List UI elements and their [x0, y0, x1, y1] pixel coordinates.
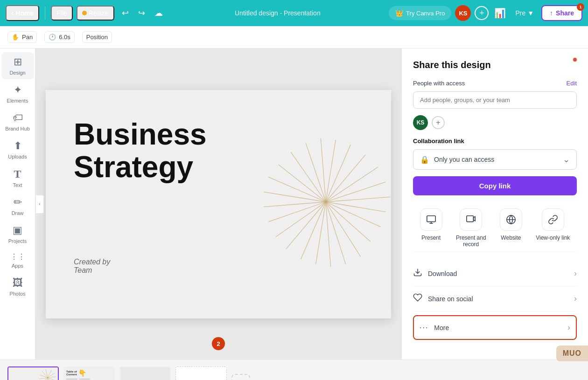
canvas-area[interactable]: ‹ — [35, 48, 401, 359]
share-social-icon — [413, 293, 422, 304]
svg-line-13 — [264, 192, 326, 201]
slide-canvas[interactable]: Business Strategy Created byTeam — [46, 90, 391, 318]
add-slide-button[interactable]: + — [231, 374, 250, 380]
thumb2-col1 — [66, 379, 77, 380]
thumb2-emoji: 👇 — [78, 369, 86, 377]
more-row[interactable]: ··· More › — [413, 315, 577, 340]
pan-label: Pan — [22, 34, 33, 41]
svg-line-23 — [326, 182, 385, 202]
sidebar-item-photos[interactable]: 🖼 Photos — [1, 273, 34, 300]
download-row[interactable]: Download › — [413, 261, 577, 286]
edit-access-link[interactable]: Edit — [567, 80, 577, 87]
try-pro-button[interactable]: 👑 Try Canva Pro — [389, 6, 451, 20]
cloud-save-button[interactable]: ☁ — [151, 5, 167, 21]
canvas-toolbar: ✋ Pan 🕐 6.0s Position — [0, 26, 588, 48]
home-button[interactable]: ‹ Home — [6, 5, 39, 21]
decorative-burst — [251, 127, 391, 276]
thumb2-line4 — [79, 379, 90, 380]
share-social-label: Share on social — [428, 295, 574, 303]
duration-control[interactable]: 🕐 6.0s — [44, 31, 75, 43]
elements-label: Elements — [7, 98, 28, 104]
share-panel-title: Share this design — [413, 60, 577, 70]
view-only-option[interactable]: View-only link — [536, 208, 570, 248]
thumbnail-2[interactable]: Table ofContent 👇 2 — [63, 366, 115, 380]
website-icon — [500, 208, 522, 231]
present-option[interactable]: Present — [420, 208, 442, 248]
people-access-row: People with access Edit — [413, 80, 577, 87]
view-only-icon — [542, 208, 564, 231]
user-avatar[interactable]: KS — [455, 5, 471, 21]
thumbnail-4-empty[interactable] — [175, 366, 227, 380]
sidebar-item-uploads[interactable]: ⬆ Uploads — [1, 136, 34, 163]
notification-wrapper: ↑ Share 1 — [541, 5, 582, 21]
thumbnails-bar: BusinessStrategy — [0, 359, 588, 380]
svg-line-1 — [326, 202, 385, 212]
main-area: ⊞ Design ✦ Elements 🏷 Brand Hub ⬆ Upload… — [0, 48, 588, 359]
pan-tool[interactable]: ✋ Pan — [7, 31, 37, 43]
sidebar-item-draw[interactable]: ✏ Draw — [1, 193, 34, 220]
svg-line-5 — [326, 202, 346, 264]
present-record-icon — [460, 208, 482, 231]
thumb-inner-1: BusinessStrategy — [7, 366, 59, 380]
analytics-button[interactable]: 📊 — [492, 6, 508, 21]
resize-button[interactable]: Resize — [77, 6, 114, 21]
svg-rect-25 — [467, 216, 474, 222]
present-label: Pre — [515, 9, 525, 17]
add-user-button[interactable]: + — [432, 116, 445, 129]
photos-label: Photos — [9, 291, 25, 297]
collapse-panel-button[interactable]: ‹ — [35, 195, 44, 214]
thumb3-content: About Us — [120, 367, 170, 380]
home-label: Home — [15, 9, 34, 17]
thumbnail-3[interactable]: About Us 3 — [119, 366, 171, 380]
download-icon — [413, 268, 422, 279]
dropdown-chevron-icon: ⌄ — [563, 154, 570, 165]
redo-button[interactable]: ↪ — [134, 5, 149, 21]
copy-link-button[interactable]: Copy link — [413, 176, 577, 195]
thumb2-line1 — [66, 379, 77, 380]
file-menu-button[interactable]: File — [51, 6, 73, 21]
download-label: Download — [428, 270, 574, 277]
collab-link-label: Collaboration link — [413, 138, 577, 145]
svg-line-15 — [279, 165, 326, 202]
svg-line-3 — [326, 202, 371, 242]
access-dropdown[interactable]: 🔒 Only you can access ⌄ — [413, 149, 577, 170]
sidebar-item-elements[interactable]: ✦ Elements — [1, 80, 34, 107]
svg-line-18 — [321, 138, 326, 202]
present-button[interactable]: Pre ▼ — [511, 7, 538, 20]
thumb2-lines — [66, 379, 112, 380]
svg-line-17 — [306, 143, 326, 202]
text-label: Text — [13, 182, 22, 188]
apps-icon: ⋮⋮ — [10, 252, 25, 261]
thumb-inner-2: Table ofContent 👇 — [63, 366, 115, 380]
position-control[interactable]: Position — [82, 31, 112, 43]
share-options: Present Present andrecord Website View-o… — [413, 205, 577, 252]
undo-redo-actions: ↩ ↪ ☁ — [118, 5, 167, 21]
sidebar-item-text[interactable]: T Text — [1, 164, 34, 192]
uploads-icon: ⬆ — [14, 140, 22, 152]
duration-value: 6.0s — [59, 34, 70, 41]
sidebar-item-design[interactable]: ⊞ Design — [1, 52, 34, 79]
thumb1-burst — [38, 368, 57, 380]
undo-button[interactable]: ↩ — [118, 5, 133, 21]
present-icon — [420, 208, 442, 231]
text-icon: T — [14, 168, 21, 180]
share-panel: Share this design People with access Edi… — [401, 48, 588, 359]
muo-watermark: MUO — [556, 345, 588, 361]
share-label: Share — [556, 9, 574, 17]
present-record-option[interactable]: Present andrecord — [456, 208, 486, 248]
draw-icon: ✏ — [14, 196, 22, 208]
website-label: Website — [501, 235, 521, 241]
website-option[interactable]: Website — [500, 208, 522, 248]
try-pro-label: Try Canva Pro — [406, 10, 445, 17]
add-people-input[interactable] — [413, 91, 577, 109]
sidebar-item-brand-hub[interactable]: 🏷 Brand Hub — [1, 108, 34, 135]
svg-rect-24 — [427, 216, 435, 222]
share-social-row[interactable]: Share on social › — [413, 286, 577, 311]
add-collaborator-button[interactable]: + — [475, 6, 489, 20]
sidebar-item-projects[interactable]: ▣ Projects — [1, 221, 34, 248]
thumbnail-1[interactable]: BusinessStrategy — [7, 366, 59, 380]
share-social-chevron-icon: › — [574, 294, 577, 304]
svg-line-0 — [326, 197, 391, 202]
share-button[interactable]: ↑ Share — [541, 5, 582, 21]
sidebar-item-apps[interactable]: ⋮⋮ Apps — [1, 249, 34, 272]
